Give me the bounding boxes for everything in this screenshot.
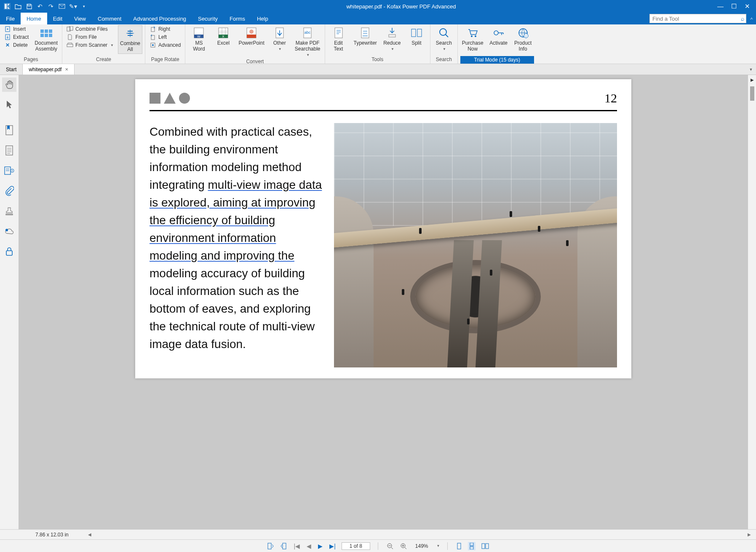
activate-button[interactable]: Activate (488, 25, 510, 47)
search-icon[interactable]: ⌕ (741, 15, 744, 22)
mail-icon[interactable] (58, 3, 66, 10)
last-page-icon[interactable]: ▶| (329, 543, 337, 549)
tab-whitepaper[interactable]: whitepaper.pdf× (23, 64, 75, 75)
activate-label: Activate (489, 40, 508, 46)
maximize-button[interactable]: ☐ (731, 3, 737, 10)
vertical-scrollbar-thumb[interactable] (750, 86, 754, 101)
rotate-advanced-button[interactable]: Advanced (148, 41, 182, 49)
bookmark-panel-icon[interactable] (2, 123, 16, 137)
attachment-panel-icon[interactable] (2, 184, 16, 198)
fit-page-icon[interactable] (266, 543, 275, 549)
hand-tool[interactable] (2, 78, 16, 92)
extract-button[interactable]: Extract (3, 33, 30, 41)
svg-rect-48 (268, 543, 271, 549)
reduce-label: Reduce (383, 40, 401, 46)
select-tool[interactable] (2, 98, 16, 112)
prev-page-icon[interactable]: ◀ (306, 543, 312, 549)
tab-start[interactable]: Start (0, 64, 23, 75)
menu-view[interactable]: View (68, 13, 92, 24)
svg-point-25 (249, 29, 254, 34)
menu-help[interactable]: Help (251, 13, 274, 24)
product-info-button[interactable]: iProduct Info (512, 25, 534, 53)
close-button[interactable]: ✕ (744, 3, 750, 10)
combine-files-button[interactable]: Combine Files (65, 25, 115, 33)
form-panel-icon[interactable] (2, 163, 16, 178)
fit-width-icon[interactable] (280, 543, 288, 549)
page-viewport[interactable]: 12 Combined with practical cases, the bu… (19, 75, 748, 529)
svg-point-37 (475, 35, 476, 37)
svg-point-36 (471, 35, 473, 37)
typewriter-button[interactable]: Typewriter (352, 25, 379, 47)
menu-security[interactable]: Security (192, 13, 224, 24)
next-page-icon[interactable]: ▶ (317, 543, 323, 549)
svg-rect-12 (67, 44, 73, 47)
continuous-view-icon[interactable] (468, 542, 476, 550)
find-a-tool[interactable]: ⌕ (649, 14, 746, 23)
tools-icon[interactable]: ✎▾ (69, 3, 77, 10)
menu-advanced-processing[interactable]: Advanced Processing (127, 13, 192, 24)
purchase-now-button[interactable]: Purchase Now (460, 25, 485, 53)
convert-word-button[interactable]: WMS Word (188, 25, 210, 53)
first-page-icon[interactable]: |◀ (293, 543, 301, 549)
rotate-right-button[interactable]: Right (148, 25, 182, 33)
expand-right-panel-icon[interactable]: ▶ (751, 78, 754, 82)
menu-comment[interactable]: Comment (92, 13, 127, 24)
close-tab-icon[interactable]: × (65, 66, 68, 72)
facing-view-icon[interactable] (481, 543, 490, 549)
open-icon[interactable] (14, 3, 22, 10)
from-file-button[interactable]: From File (65, 33, 115, 41)
tabs-dropdown[interactable]: ▼ (746, 64, 756, 75)
svg-rect-6 (49, 29, 52, 33)
minimize-button[interactable]: — (717, 3, 723, 10)
single-page-view-icon[interactable] (455, 543, 463, 549)
app-icon (3, 3, 11, 10)
zoom-in-icon[interactable] (399, 543, 408, 549)
make-pdf-searchable-button[interactable]: abcMake PDF Searchable▼ (293, 25, 322, 58)
ribbon-group-trial: Purchase Now Activate iProduct Info Tria… (458, 24, 537, 64)
insert-button[interactable]: Insert (3, 25, 30, 33)
triangle-icon (164, 93, 176, 104)
pages-panel-icon[interactable] (2, 143, 16, 158)
convert-ppt-button[interactable]: PowerPoint (237, 25, 266, 47)
find-a-tool-input[interactable] (650, 16, 746, 22)
window-controls: — ☐ ✕ (711, 3, 756, 10)
delete-label: Delete (13, 42, 28, 48)
delete-button[interactable]: ✕Delete (3, 41, 30, 49)
from-file-icon (67, 34, 73, 40)
svg-text:X: X (222, 35, 225, 38)
undo-icon[interactable]: ↶ (36, 3, 44, 10)
zoom-dropdown-icon[interactable]: ▼ (437, 544, 440, 548)
scroll-left-icon[interactable]: ◀ (88, 532, 91, 537)
from-scanner-label: From Scanner (75, 42, 107, 48)
convert-excel-button[interactable]: XExcel (212, 25, 234, 47)
search-button[interactable]: Search▼ (433, 25, 455, 52)
word-icon: W (192, 26, 206, 40)
document-assembly-button[interactable]: Document Assembly (33, 25, 59, 53)
ribbon-group-pages: Insert Extract ✕Delete Document Assembly… (0, 24, 62, 64)
chevron-down-icon: ▼ (110, 43, 114, 47)
right-side-bar: ▶ (748, 75, 756, 529)
split-button[interactable]: Split (406, 25, 427, 47)
scroll-right-icon[interactable]: ▶ (748, 532, 751, 537)
security-panel-icon[interactable] (2, 244, 16, 259)
convert-other-button[interactable]: Other▼ (269, 25, 291, 52)
cloud-panel-icon[interactable] (2, 224, 16, 238)
combine-all-button[interactable]: Combine All (118, 25, 142, 54)
edit-text-button[interactable]: Edit Text (328, 25, 350, 53)
menu-edit[interactable]: Edit (47, 13, 68, 24)
save-icon[interactable] (25, 3, 33, 10)
redo-icon[interactable]: ↷ (47, 3, 55, 10)
qat-customize-icon[interactable]: ▾ (80, 3, 88, 10)
zoom-out-icon[interactable] (386, 543, 394, 549)
ribbon-collapse-icon[interactable]: ㅅ (750, 16, 756, 21)
page-indicator[interactable]: 1 of 8 (342, 542, 370, 550)
reduce-button[interactable]: Reduce▼ (381, 25, 403, 52)
menu-home[interactable]: Home (21, 13, 47, 24)
stamp-panel-icon[interactable] (2, 204, 16, 218)
rotate-left-button[interactable]: Left (148, 33, 182, 41)
convert-excel-label: Excel (217, 40, 230, 46)
menu-file[interactable]: File (0, 13, 21, 24)
menu-forms[interactable]: Forms (224, 13, 251, 24)
combine-files-icon (67, 26, 73, 32)
from-scanner-button[interactable]: From Scanner▼ (65, 41, 115, 49)
